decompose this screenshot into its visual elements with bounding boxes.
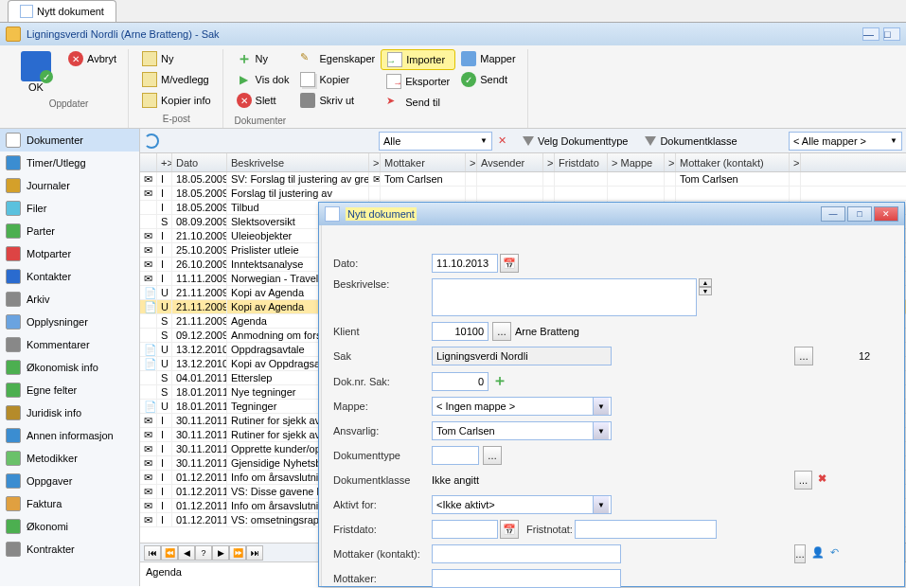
fristdato-input[interactable] <box>432 520 498 539</box>
delete-icon[interactable]: ✖ <box>818 472 832 488</box>
skriv-ut-button[interactable]: Skriv ut <box>294 91 381 110</box>
sidebar-item-konomiskinfo[interactable]: Økonomisk info <box>0 356 139 379</box>
nav-last[interactable]: ⏭ <box>246 545 263 561</box>
undo-icon[interactable]: ↶ <box>830 546 839 561</box>
sidebar-item-faktura[interactable]: Faktura <box>0 492 139 515</box>
grid-col-header[interactable]: Avsender <box>477 153 543 171</box>
nav-next[interactable]: ▶ <box>212 545 229 561</box>
ok-button[interactable]: ✓ OK <box>15 49 57 95</box>
doktype-input[interactable] <box>432 446 479 465</box>
doktype-browse-button[interactable]: … <box>483 446 502 465</box>
fristdato-calendar-button[interactable]: 📅 <box>500 520 519 539</box>
egenskaper-button[interactable]: ✎Egenskaper <box>294 49 381 68</box>
eksporter-button[interactable]: →Eksporter <box>381 72 455 91</box>
klient-id-input[interactable] <box>432 322 489 341</box>
nav-help[interactable]: ? <box>195 545 212 561</box>
nav-prev[interactable]: ◀ <box>178 545 195 561</box>
importer-button[interactable]: →Importer <box>381 49 455 70</box>
ansvarlig-combo[interactable]: Tom Carlsen <box>432 421 612 440</box>
sidebar-item-opplysninger[interactable]: Opplysninger <box>0 311 139 333</box>
sidebar-item-dokumenter[interactable]: Dokumenter <box>0 129 139 151</box>
beskrivelse-input[interactable] <box>432 278 697 316</box>
grid-col-header[interactable]: Dato <box>172 153 227 171</box>
person-icon[interactable]: 👤 <box>811 546 825 561</box>
sidebar-item-oppgaver[interactable]: Oppgaver <box>0 470 139 492</box>
dato-calendar-button[interactable]: 📅 <box>500 254 519 273</box>
klient-browse-button[interactable]: … <box>492 322 511 341</box>
filter-mapper[interactable]: < Alle mapper > <box>789 132 902 151</box>
dokklasse-browse-button[interactable]: … <box>794 471 812 490</box>
ny-dok-button[interactable]: ＋Ny <box>231 49 295 68</box>
sidebar-item-journaler[interactable]: Journaler <box>0 174 139 197</box>
sidebar-item-kontrakter[interactable]: Kontrakter <box>0 538 139 561</box>
vis-dok-button[interactable]: ▶Vis dok <box>231 70 295 89</box>
maximize-button[interactable]: □ <box>883 27 900 41</box>
velg-dokumenttype-button[interactable]: Velg Dokumenttype <box>517 134 633 149</box>
dokumentklasse-button[interactable]: Dokumentklasse <box>639 134 742 149</box>
sidebar-item-filer[interactable]: Filer <box>0 197 139 220</box>
clear-filter-icon[interactable]: ✕ <box>498 134 511 148</box>
grid-col-header[interactable]: +> <box>157 153 172 171</box>
grid-col-header[interactable]: Mottaker <box>381 153 466 171</box>
table-row[interactable]: ✉I18.05.2009SV: Forslag til justering av… <box>140 172 906 187</box>
grid-col-header[interactable]: > <box>466 153 477 171</box>
plus-icon[interactable]: ＋ <box>492 371 507 391</box>
table-cell: I <box>157 456 172 470</box>
grid-col-header[interactable]: > <box>543 153 555 171</box>
ny-epost-button[interactable]: Ny <box>136 49 217 68</box>
sidebar-item-motparter[interactable]: Motparter <box>0 242 139 265</box>
grid-col-header[interactable]: > Mappe <box>608 153 665 171</box>
grid-col-header[interactable] <box>140 153 157 171</box>
mottaker-input[interactable] <box>432 569 621 588</box>
grid-col-header[interactable]: Fristdato <box>555 153 608 171</box>
mvedlegg-button[interactable]: M/vedlegg <box>136 70 217 89</box>
sidebar-item-konomi[interactable]: Økonomi <box>0 515 139 538</box>
avbryt-button[interactable]: ✕Avbryt <box>62 49 122 68</box>
sidebar-item-kontakter[interactable]: Kontakter <box>0 265 139 288</box>
sidebar-item-metodikker[interactable]: Metodikker <box>0 447 139 470</box>
mapper-button[interactable]: Mapper <box>455 49 521 68</box>
modal-maximize[interactable]: □ <box>847 206 872 222</box>
sendt-button[interactable]: ✓Sendt <box>455 70 521 89</box>
fristnotat-input[interactable] <box>575 520 717 539</box>
grid-col-header[interactable]: > <box>665 153 676 171</box>
nav-next-page[interactable]: ⏩ <box>229 545 246 561</box>
table-row[interactable]: ✉I18.05.2009Forslag til justering av <box>140 187 906 201</box>
sidebar-icon <box>6 337 21 352</box>
sak-browse-button[interactable]: … <box>794 347 813 365</box>
sidebar-item-kommentarer[interactable]: Kommentarer <box>0 333 139 356</box>
table-cell: I <box>157 442 172 455</box>
grid-col-header[interactable]: > <box>369 153 381 171</box>
mappe-combo[interactable]: < Ingen mappe > <box>432 397 612 416</box>
spin-down[interactable]: ▼ <box>699 287 712 295</box>
aktivt-combo[interactable]: <Ikke aktivt> <box>432 495 612 514</box>
nav-first[interactable]: ⏮ <box>144 545 161 561</box>
filter-alle[interactable]: Alle <box>379 132 492 151</box>
sidebar-item-arkiv[interactable]: Arkiv <box>0 288 139 311</box>
mottaker-kontakt-input[interactable] <box>432 544 621 563</box>
send-til-button[interactable]: ➤Send til <box>381 93 455 112</box>
grid-col-header[interactable]: Mottaker (kontakt) <box>676 153 790 171</box>
grid-col-header[interactable]: Beskrivelse <box>227 153 369 171</box>
nav-prev-page[interactable]: ⏪ <box>161 545 178 561</box>
sidebar-item-label: Metodikker <box>27 453 78 464</box>
doknr-input[interactable] <box>432 372 489 391</box>
grid-col-header[interactable]: > <box>790 153 801 171</box>
kopier-button[interactable]: Kopier <box>294 70 381 89</box>
send-icon: ➤ <box>386 95 401 110</box>
sidebar-item-egnefelter[interactable]: Egne felter <box>0 379 139 401</box>
kopier-info-button[interactable]: Kopier info <box>136 91 217 110</box>
modal-minimize[interactable]: — <box>821 206 845 222</box>
refresh-icon[interactable] <box>144 134 159 149</box>
minimize-button[interactable]: — <box>862 27 879 41</box>
mottaker-kontakt-browse[interactable]: … <box>794 544 806 563</box>
sidebar-item-timerutlegg[interactable]: Timer/Utlegg <box>0 151 139 174</box>
slett-button[interactable]: ✕Slett <box>231 91 295 110</box>
sidebar-item-anneninformasjon[interactable]: Annen informasjon <box>0 424 139 447</box>
sidebar-item-parter[interactable]: Parter <box>0 220 139 242</box>
sidebar-item-juridiskinfo[interactable]: Juridisk info <box>0 401 139 424</box>
dato-input[interactable] <box>432 254 498 273</box>
spin-up[interactable]: ▲ <box>699 278 712 287</box>
tab-nytt-dokument[interactable]: Nytt dokument <box>8 0 116 22</box>
modal-close[interactable]: ✕ <box>874 206 898 222</box>
